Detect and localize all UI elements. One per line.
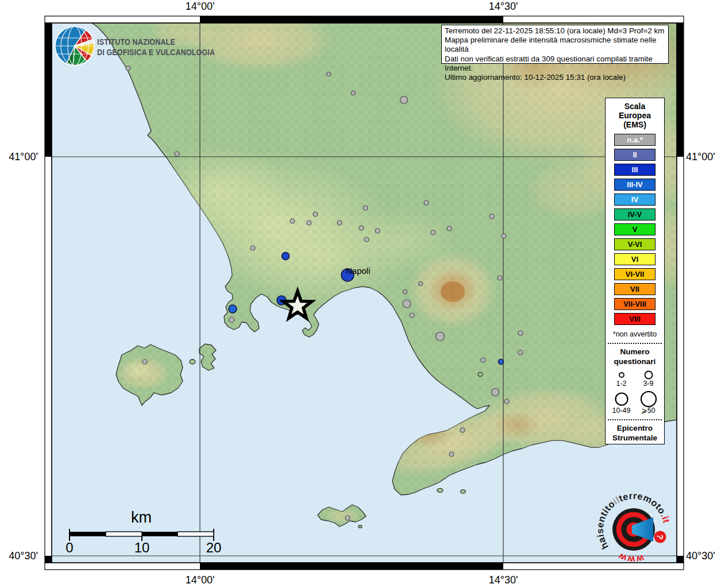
report-point-na: [400, 96, 408, 104]
city-label-napoli: Napoli: [346, 266, 371, 276]
size-class-50plus: ⩾50: [635, 391, 662, 415]
legend-scale-title-line: (EMS): [619, 120, 651, 129]
size-circle-large-icon: [612, 391, 631, 407]
report-point-na: [504, 399, 509, 404]
report-point-na: [364, 237, 369, 242]
ingv-globe-icon: [54, 25, 97, 68]
size-circle-xlarge-icon: [639, 391, 658, 407]
scale-bar-tick-10: 10: [129, 540, 155, 556]
legend-footnote: *non avvertito: [613, 330, 657, 338]
legend-epicenter-title: Epicentro Strumentale: [612, 423, 657, 443]
ems-chip-v: V: [614, 223, 656, 235]
info-line-event: Terremoto del 22-11-2025 18:55:10 (ora l…: [445, 26, 665, 36]
ingv-name-line2: DI GEOFISICA E VULCANOLOGIA: [97, 47, 215, 57]
islet: [358, 525, 362, 528]
size-class-label: 10-49: [612, 407, 631, 415]
report-point-na: [492, 389, 499, 396]
report-point-na: [502, 234, 506, 238]
islet: [190, 359, 195, 364]
report-point-na: [375, 229, 380, 233]
ems-chip-iv-v: IV-V: [614, 208, 656, 220]
legend-questionnaires-title-line: Numero: [614, 347, 656, 357]
report-point-na: [337, 220, 342, 225]
legend-scale-title-line: Scala: [619, 102, 651, 111]
ems-chip-ii: II: [614, 149, 656, 161]
legend-questionnaires-title: Numero questionari: [614, 347, 656, 366]
size-class-10-49: 10-49: [608, 391, 635, 415]
report-point-na: [449, 452, 454, 457]
report-point-felt: [229, 305, 237, 313]
report-point-na: [250, 246, 255, 250]
ems-chip-vi: VI: [614, 253, 656, 265]
report-point-na: [518, 350, 523, 355]
haisentitoilterremoto-icon: ? haisentitoilterremoto.it www.: [596, 492, 673, 570]
legend-epicenter-title-line: Epicentro: [612, 423, 657, 433]
legend-divider: [608, 419, 662, 420]
scale-bar-tick-20: 20: [201, 540, 226, 556]
legend-panel: Scala Europea (EMS) n.a.* II III III-IV …: [605, 98, 665, 444]
report-point-na: [518, 331, 523, 335]
report-point-na: [313, 212, 318, 216]
scale-bar-tick-0: 0: [57, 540, 82, 556]
axis-label-right-bottom: 40°30': [686, 550, 715, 562]
report-point-na: [345, 516, 350, 520]
size-class-1-2: 1-2: [608, 369, 635, 388]
report-point-na: [410, 313, 414, 318]
size-class-label: 3-9: [643, 380, 653, 388]
earthquake-info-box: Terremoto del 22-11-2025 18:55:10 (ora l…: [441, 25, 669, 64]
legend-epicenter-title-line: Strumentale: [612, 433, 657, 443]
report-point-na: [352, 91, 356, 95]
haisentitoilterremoto-logo: ? haisentitoilterremoto.it www.: [596, 492, 673, 572]
islet: [461, 490, 466, 493]
report-point-na: [403, 290, 407, 294]
report-point-na: [126, 66, 130, 71]
questionnaire-size-key: 1-2 3-9 10-49 ⩾50: [608, 369, 662, 415]
axis-label-left-bottom: 40°30': [1, 550, 38, 562]
info-line-updated: Ultimo aggiornamento: 10-12-2025 15:31 (…: [445, 73, 665, 82]
axis-label-top-right: 14°30': [476, 1, 531, 13]
ems-chip-v-vi: V-VI: [614, 238, 656, 250]
report-point-na: [431, 230, 435, 235]
report-point-na: [359, 226, 364, 230]
report-point-na: [481, 358, 485, 362]
report-point-na: [460, 428, 465, 432]
report-point-na: [424, 200, 429, 205]
ems-chip-na: n.a.*: [614, 134, 656, 146]
legend-questionnaires-title-line: questionari: [614, 357, 656, 366]
size-class-label: 1-2: [616, 380, 626, 388]
scale-bar-unit: km: [113, 509, 170, 527]
ems-chip-vii-viii: VII-VIII: [614, 298, 656, 310]
size-circle-medium-icon: [639, 369, 658, 380]
report-point-na: [403, 300, 411, 308]
axis-label-left-top: 41°00': [1, 151, 38, 163]
report-point-na: [498, 276, 502, 280]
report-point-na: [419, 282, 423, 286]
ems-chip-iii-iv: III-IV: [614, 179, 656, 191]
info-line-data-source: Dati non verificati estratti da 309 ques…: [445, 55, 665, 73]
report-point-na: [290, 219, 295, 223]
islet: [437, 489, 443, 493]
axis-label-right-top: 41°00': [686, 151, 715, 163]
ingv-logo: [54, 25, 97, 70]
legend-divider: [608, 343, 662, 344]
size-circle-small-icon: [612, 369, 631, 380]
macroseismic-map-page: 14°00' 14°30' 14°00' 14°30' 41°00' 40°30…: [0, 0, 721, 588]
report-point-na: [363, 206, 368, 210]
axis-label-top-left: 14°00': [172, 1, 228, 13]
report-point-na: [447, 226, 452, 231]
ems-chip-iv: IV: [614, 194, 656, 206]
ingv-name: ISTITUTO NAZIONALE DI GEOFISICA E VULCAN…: [97, 37, 215, 57]
ems-scale-chips: n.a.* II III III-IV IV IV-V V V-VI VI VI…: [614, 131, 656, 325]
axis-label-bottom-left: 14°00': [172, 574, 228, 586]
legend-scale-title: Scala Europea (EMS): [619, 102, 651, 129]
size-class-label: ⩾50: [641, 407, 655, 415]
size-class-3-9: 3-9: [635, 369, 662, 388]
ingv-name-line1: ISTITUTO NAZIONALE: [97, 37, 215, 47]
report-point-felt: [282, 253, 290, 260]
report-point-na: [436, 332, 445, 341]
ems-chip-vi-vii: VI-VII: [614, 268, 656, 280]
ems-chip-viii: VIII: [614, 313, 656, 325]
report-point-na: [307, 220, 311, 225]
report-point-na: [175, 152, 179, 156]
info-line-map-type: Mappa preliminare delle intensità macros…: [445, 36, 665, 54]
